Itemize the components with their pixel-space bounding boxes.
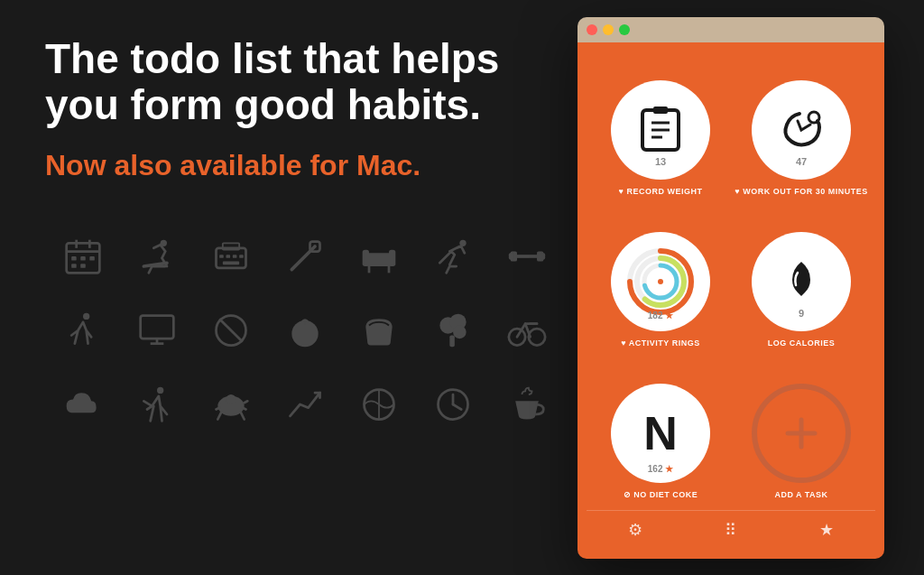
log-calories-circle: 9 [752,232,851,331]
treadmill-icon [128,227,186,285]
icons-grid [45,227,532,433]
task-record-weight[interactable]: 13 ♥ RECORD WEIGHT [594,59,727,203]
record-weight-count: 13 [655,156,666,167]
svg-point-63 [808,112,819,123]
no-diet-coke-label: ⊘ NO DIET COKE [624,490,698,499]
walking-icon [54,301,112,359]
svg-line-35 [219,319,243,342]
grid-icon[interactable]: ⠿ [725,520,736,540]
star-icon[interactable]: ★ [819,520,834,540]
app-window: 13 ♥ RECORD WEIGHT 47 ♥ WORK OUT FOR 30 … [578,17,884,559]
svg-rect-6 [89,256,94,261]
chart-icon [276,376,334,433]
task-activity-rings[interactable]: 182 ★ ♥ ACTIVITY RINGS [594,210,727,355]
record-weight-label: ♥ RECORD WEIGHT [619,187,703,196]
settings-icon[interactable]: ⚙ [628,520,642,540]
svg-rect-12 [219,255,224,258]
task-no-diet-coke[interactable]: N 162 ★ ⊘ NO DIET COKE [594,362,727,506]
svg-point-40 [453,326,467,339]
basketball-icon [350,376,408,433]
subheadline: Now also available for Mac. [45,149,532,182]
svg-line-52 [245,402,248,403]
svg-rect-7 [71,264,77,268]
calendar-icon [54,227,112,285]
task-workout[interactable]: 47 ♥ WORK OUT FOR 30 MINUTES [735,59,868,203]
activity-rings-label: ♥ ACTIVITY RINGS [621,339,699,348]
clock-icon [424,376,482,433]
svg-rect-5 [80,256,86,261]
svg-rect-28 [541,254,546,260]
minimize-button[interactable] [603,24,614,35]
activity-rings-count: 182 ★ [648,311,673,320]
svg-rect-14 [233,255,237,258]
add-task-circle[interactable] [752,384,851,483]
workout-circle: 47 [752,80,851,180]
no-diet-coke-circle: N 162 ★ [611,384,710,483]
workout-count: 47 [796,156,807,167]
svg-line-50 [217,408,220,410]
svg-rect-31 [141,316,174,339]
bottom-toolbar: ⚙ ⠿ ★ [587,510,875,550]
cloud-icon [54,376,112,433]
svg-line-51 [243,408,246,410]
coffee-icon [498,376,556,433]
task-add-task[interactable]: ADD A TASK [735,362,868,506]
record-weight-circle: 13 [611,80,710,180]
close-button[interactable] [587,24,597,35]
svg-rect-16 [223,262,239,265]
svg-rect-13 [226,255,231,258]
task-log-calories[interactable]: 9 LOG CALORIES [735,210,868,355]
window-content: 13 ♥ RECORD WEIGHT 47 ♥ WORK OUT FOR 30 … [578,42,884,559]
tomato-icon [276,301,334,359]
svg-rect-4 [71,256,77,261]
svg-rect-26 [509,254,514,260]
svg-point-70 [658,279,663,284]
dumbbell-icon [498,227,556,285]
svg-rect-21 [389,250,395,266]
monitor-icon [128,301,186,359]
bread-icon [350,301,408,359]
no-symbol-icon [202,301,260,359]
svg-line-48 [217,413,221,419]
no-diet-coke-count: 162 ★ [648,464,673,474]
activity-rings-circle: 182 ★ [611,232,710,331]
svg-line-45 [143,402,152,407]
stretch-icon [424,227,482,285]
svg-rect-10 [217,248,246,268]
svg-point-47 [226,394,236,404]
svg-rect-15 [239,255,244,258]
svg-rect-20 [363,250,369,266]
turtle-icon [202,376,260,433]
bicycle-icon [498,301,556,359]
svg-rect-8 [80,264,86,268]
svg-rect-41 [449,336,455,348]
toothbrush-icon [276,227,334,285]
left-section: The todo list that helps you form good h… [0,0,578,575]
hiking-icon [128,376,186,433]
tasks-grid: 13 ♥ RECORD WEIGHT 47 ♥ WORK OUT FOR 30 … [587,51,875,506]
svg-rect-62 [653,107,668,114]
log-calories-label: LOG CALORIES [768,339,836,348]
headline: The todo list that helps you form good h… [45,36,532,127]
svg-line-49 [241,413,245,419]
svg-rect-19 [365,254,392,267]
workout-label: ♥ WORK OUT FOR 30 MINUTES [735,187,867,196]
svg-line-57 [453,404,461,410]
n-letter: N [643,410,678,457]
svg-point-44 [157,387,163,394]
svg-point-30 [83,313,89,320]
maximize-button[interactable] [619,24,630,35]
window-titlebar [578,17,884,42]
couch-icon [350,227,408,285]
typewriter-icon [202,227,260,285]
broccoli-icon [424,301,482,359]
add-task-label: ADD A TASK [774,490,827,499]
log-calories-count: 9 [799,308,804,319]
